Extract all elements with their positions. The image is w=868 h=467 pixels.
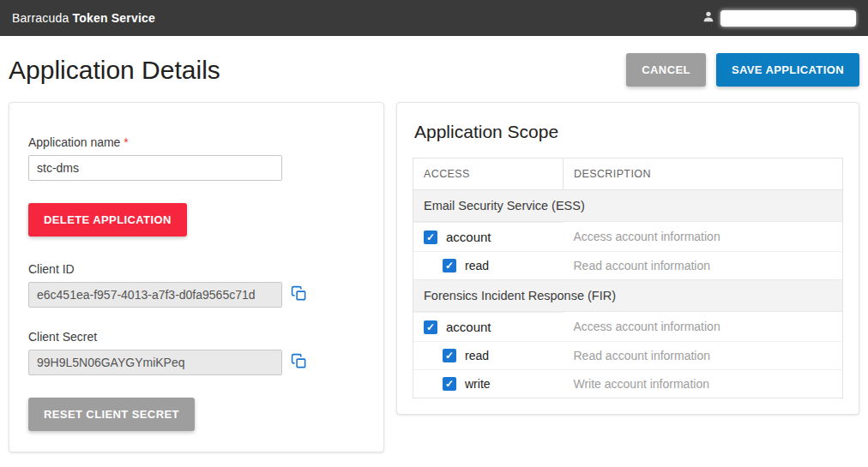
topbar: Barracuda Token Service: [0, 0, 868, 36]
scope-checkbox[interactable]: ✓: [443, 259, 456, 272]
header-actions: CANCEL SAVE APPLICATION: [626, 53, 859, 87]
scope-table: ACCESS DESCRIPTION Email Security Servic…: [413, 158, 843, 398]
scope-description: Read account information: [564, 341, 843, 369]
application-scope-card: Application Scope ACCESS DESCRIPTION Ema…: [396, 102, 859, 415]
required-marker: *: [124, 135, 128, 149]
scope-title: Application Scope: [414, 122, 843, 142]
scope-row: ✓accountAccess account information: [413, 312, 843, 342]
application-name-label: Application name *: [28, 135, 365, 149]
scope-row: ✓writeWrite account information: [413, 369, 843, 398]
user-area: [702, 9, 856, 27]
client-secret-label: Client Secret: [28, 330, 365, 344]
client-id-input[interactable]: [28, 282, 282, 308]
scope-access-label: account: [446, 230, 491, 244]
scope-group-row: Forensics Incident Response (FIR): [413, 280, 843, 312]
copy-client-id-icon[interactable]: [291, 285, 307, 305]
brand-name: Barracuda: [12, 11, 69, 25]
cancel-button[interactable]: CANCEL: [626, 53, 706, 87]
scope-group-name: Forensics Incident Response (FIR): [413, 280, 843, 312]
reset-client-secret-button[interactable]: RESET CLIENT SECRET: [28, 398, 195, 431]
application-name-input[interactable]: [28, 155, 282, 181]
delete-application-button[interactable]: DELETE APPLICATION: [28, 203, 187, 236]
scope-checkbox[interactable]: ✓: [424, 320, 437, 334]
page-title: Application Details: [9, 56, 220, 85]
scope-checkbox[interactable]: ✓: [443, 377, 456, 391]
client-secret-input[interactable]: [28, 350, 282, 375]
scope-row: ✓readRead account information: [413, 251, 843, 280]
scope-checkbox[interactable]: ✓: [424, 231, 437, 244]
client-id-label: Client ID: [28, 262, 365, 276]
scope-group-row: Email Security Service (ESS): [413, 190, 843, 222]
masked-username: [720, 10, 856, 27]
scope-row: ✓readRead account information: [413, 341, 843, 369]
scope-description: Access account information: [564, 222, 843, 252]
client-secret-row: [28, 344, 365, 375]
brand: Barracuda Token Service: [12, 11, 155, 25]
scope-description: Access account information: [564, 312, 843, 342]
scope-group-name: Email Security Service (ESS): [413, 190, 843, 222]
scope-description: Write account information: [564, 369, 843, 398]
scope-col-description: DESCRIPTION: [564, 159, 843, 190]
copy-client-secret-icon[interactable]: [291, 353, 307, 373]
save-application-button[interactable]: SAVE APPLICATION: [716, 53, 859, 87]
scope-access-label: account: [446, 320, 491, 334]
scope-col-access: ACCESS: [413, 159, 564, 190]
scope-checkbox[interactable]: ✓: [443, 349, 456, 362]
application-details-card: Application name * DELETE APPLICATION Cl…: [9, 102, 384, 452]
scope-table-body: Email Security Service (ESS)✓accountAcce…: [413, 190, 843, 398]
scope-access-label: read: [465, 349, 489, 362]
page-header: Application Details CANCEL SAVE APPLICAT…: [0, 36, 868, 102]
product-name: Token Service: [73, 11, 156, 25]
scope-access-label: write: [465, 377, 491, 391]
scope-description: Read account information: [564, 251, 843, 280]
client-id-row: [28, 276, 365, 308]
user-icon: [702, 9, 715, 27]
scope-header-row: ACCESS DESCRIPTION: [413, 159, 843, 190]
scope-row: ✓accountAccess account information: [413, 222, 843, 252]
content: Application name * DELETE APPLICATION Cl…: [0, 102, 868, 452]
scope-access-label: read: [465, 259, 489, 272]
